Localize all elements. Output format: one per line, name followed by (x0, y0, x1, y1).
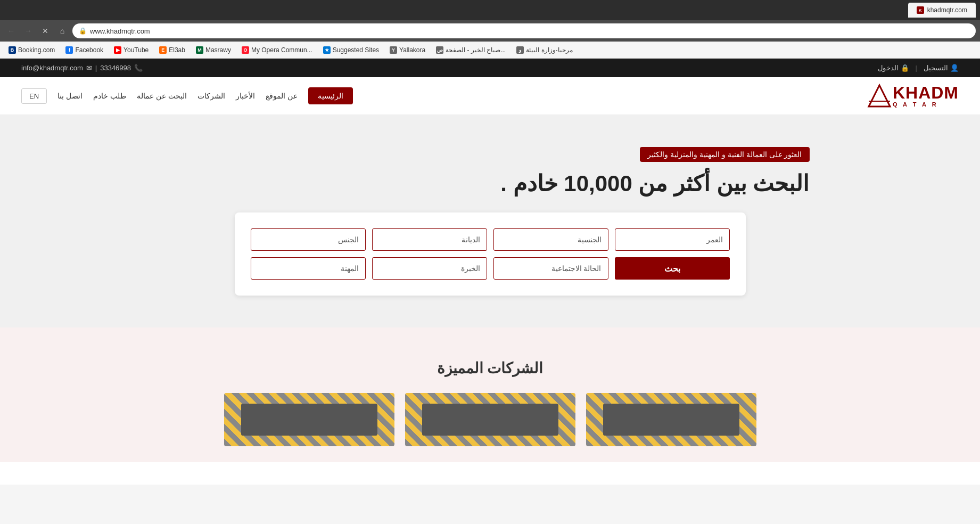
bookmark-el3ab[interactable]: E El3ab (155, 45, 190, 55)
bookmark-favicon-youtube: ▶ (114, 46, 121, 54)
companies-section: الشركات المميزة (0, 328, 980, 462)
logo-icon (866, 83, 893, 109)
nav-request-worker[interactable]: طلب خادم (93, 92, 126, 100)
bookmark-yallakora[interactable]: Y Yallakora (385, 45, 430, 55)
bookmark-label: Yallakora (399, 46, 425, 54)
bookmark-facebook[interactable]: f Facebook (61, 45, 108, 55)
nav-news[interactable]: الأخبار (236, 92, 255, 100)
top-bar-contact: info@khadmqtr.com ✉ | 33346998 📞 (21, 64, 143, 72)
bookmark-label: Suggested Sites (333, 46, 379, 54)
logo-khadm: KHADM (893, 83, 959, 102)
lock-icon: 🔒 (79, 27, 87, 35)
bookmark-favicon-el3ab: E (159, 46, 167, 54)
lock-icon-top: 🔒 (901, 64, 909, 72)
nav-contact[interactable]: اتصل بنا (57, 92, 83, 100)
address-bar[interactable]: 🔒 www.khadmqtr.com (72, 23, 976, 38)
company-logo-2 (422, 404, 558, 436)
browser-tabs: K khadmqtr.com (0, 0, 980, 20)
browser-navbar: ← → ✕ ⌂ 🔒 www.khadmqtr.com (0, 20, 980, 42)
company-logo-3 (241, 404, 377, 436)
companies-title: الشركات المميزة (21, 359, 959, 377)
email-icon: ✉ (86, 64, 92, 72)
religion-select[interactable]: الديانة (372, 228, 487, 251)
bookmark-favicon-news1: ص (436, 46, 443, 54)
phone-text: 33346998 (100, 64, 131, 72)
nav-search-workers[interactable]: البحث عن عمالة (137, 92, 187, 100)
bookmark-favicon-opera: O (242, 46, 249, 54)
bookmark-favicon-ministry: و (516, 46, 524, 54)
forward-button[interactable]: → (21, 24, 35, 38)
bookmark-favicon-booking: B (9, 46, 16, 54)
companies-grid (224, 393, 756, 446)
search-grid-row2: بحث الحالة الاجتماعية الخبرة المهنة (251, 257, 730, 280)
marital-select[interactable]: الحالة الاجتماعية (493, 257, 608, 280)
nationality-select[interactable]: الجنسية (493, 228, 608, 251)
hero-section: العثور على العمالة الفنية و المهنية والم… (0, 115, 980, 328)
tab-favicon: K (917, 6, 924, 14)
bookmark-favicon-yallakora: Y (390, 46, 397, 54)
separator: | (916, 64, 917, 72)
site-wrapper: 👤 التسجيل | 🔒 الدخول info@khadmqtr.com ✉… (0, 59, 980, 485)
company-card-2[interactable] (405, 393, 575, 446)
bookmark-favicon-facebook: f (65, 46, 73, 54)
bookmark-suggested[interactable]: ★ Suggested Sites (319, 45, 383, 55)
company-card-1[interactable] (586, 393, 756, 446)
bookmark-favicon-suggested: ★ (323, 46, 331, 54)
bookmark-ministry[interactable]: و مرحبا-وزارة البيئة (512, 45, 577, 55)
experience-select[interactable]: الخبرة (372, 257, 487, 280)
bookmark-label: Booking.com (18, 46, 55, 54)
bookmark-label: مرحبا-وزارة البيئة (526, 46, 572, 54)
back-button[interactable]: ← (4, 24, 18, 38)
url-text: www.khadmqtr.com (90, 27, 150, 35)
main-nav: KHADM Q A T A R الرئيسية عن الموقع الأخب… (0, 77, 980, 115)
phone-icon: 📞 (134, 64, 143, 72)
svg-marker-1 (869, 85, 890, 107)
bookmark-label: Masrawy (205, 46, 231, 54)
nav-home[interactable]: الرئيسية (308, 87, 353, 104)
gender-select[interactable]: الجنس (251, 228, 366, 251)
hero-badge: العثور على العمالة الفنية و المهنية والم… (640, 147, 809, 162)
nav-about[interactable]: عن الموقع (266, 92, 298, 100)
bookmark-label: صباح الخير - الصفحة... (446, 46, 506, 54)
bookmark-label: My Opera Commun... (251, 46, 312, 54)
search-grid-row1: العمر الجنسية الديانة الجنس (251, 228, 730, 251)
tab-label: khadmqtr.com (927, 6, 967, 14)
profession-select[interactable]: المهنة (251, 257, 366, 280)
logo-area: KHADM Q A T A R (862, 83, 959, 109)
bookmark-news1[interactable]: ص صباح الخير - الصفحة... (432, 45, 510, 55)
search-box: العمر الجنسية الديانة الجنس بحث الحا (235, 212, 746, 296)
bookmark-opera[interactable]: O My Opera Commun... (237, 45, 317, 55)
logo-text: KHADM Q A T A R (893, 84, 959, 108)
bookmark-label: Facebook (75, 46, 103, 54)
active-tab[interactable]: K khadmqtr.com (908, 3, 976, 18)
search-button[interactable]: بحث (615, 257, 730, 280)
bookmark-label: El3ab (169, 46, 185, 54)
language-button[interactable]: EN (21, 88, 47, 104)
register-link[interactable]: 👤 التسجيل (924, 64, 959, 72)
top-bar: 👤 التسجيل | 🔒 الدخول info@khadmqtr.com ✉… (0, 59, 980, 77)
age-select[interactable]: العمر (615, 228, 730, 251)
bookmarks-bar: B Booking.com f Facebook ▶ YouTube E El3… (0, 42, 980, 59)
top-bar-auth: 👤 التسجيل | 🔒 الدخول (878, 64, 959, 72)
person-icon: 👤 (950, 64, 959, 72)
contact-separator: | (95, 64, 97, 72)
bookmark-favicon-masrawy: M (196, 46, 203, 54)
bookmark-masrawy[interactable]: M Masrawy (192, 45, 235, 55)
bookmark-booking[interactable]: B Booking.com (4, 45, 59, 55)
browser-chrome: K khadmqtr.com ← → ✕ ⌂ 🔒 www.khadmqtr.co… (0, 0, 980, 59)
nav-companies[interactable]: الشركات (197, 92, 225, 100)
bookmark-youtube[interactable]: ▶ YouTube (110, 45, 153, 55)
bookmark-label: YouTube (123, 46, 149, 54)
email-text: info@khadmqtr.com (21, 64, 83, 72)
home-button[interactable]: ⌂ (55, 24, 69, 38)
reload-button[interactable]: ✕ (38, 24, 52, 38)
company-card-3[interactable] (224, 393, 394, 446)
hero-title: البحث بين أكثر من 10,000 خادم . (171, 170, 810, 196)
login-link[interactable]: 🔒 الدخول (878, 64, 909, 72)
company-logo-1 (603, 404, 739, 436)
nav-links: الرئيسية عن الموقع الأخبار الشركات البحث… (21, 87, 353, 104)
